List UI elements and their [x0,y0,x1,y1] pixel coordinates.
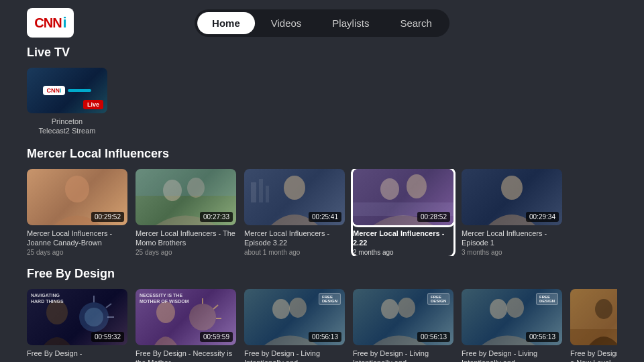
fbd-video-title-2: Free By Design - Necessity is the Mother… [136,349,236,362]
svg-point-12 [501,176,523,200]
fbd-thumb-6: 00:39:15 [570,289,617,345]
svg-rect-8 [266,186,269,202]
svg-point-33 [595,299,612,319]
fbd-video-2[interactable]: NECESSITY IS THEMOTHER OF WISDOM 00:59:5… [136,289,236,362]
fbd-video-3[interactable]: FREEDESIGN 00:56:13 Free by Design - Liv… [244,289,345,362]
mercer-video-age-5: 3 months ago [462,249,562,256]
main-content: Live TV CNNi Live PrincetonTelecast2 Str… [0,46,644,362]
fbd-video-1[interactable]: NAVIGATINGHARD THINGS 00:59:32 Free [27,289,127,362]
fbd-video-row: NAVIGATINGHARD THINGS 00:59:32 Free [27,289,617,362]
mercer-video-age-4: 2 months ago [353,249,453,256]
svg-line-16 [106,304,111,308]
mercer-video-4[interactable]: 00:28:52 Mercer Local Influencers - 2.22… [353,169,453,257]
fbd-thumb-2: NECESSITY IS THEMOTHER OF WISDOM 00:59:5… [136,289,236,345]
fbd-duration-4: 00:56:13 [417,332,450,342]
free-by-design-section: Free By Design NAVIGATINGHARD THINGS [27,267,617,362]
live-logo-bar [68,84,91,97]
fbd-thumb-3: FREEDESIGN 00:56:13 [244,289,345,345]
fbd-badge-5: FREEDESIGN [536,293,558,305]
svg-point-24 [272,299,290,319]
fbd-thumb-text-1: NAVIGATINGHARD THINGS [31,293,64,304]
svg-point-19 [189,304,216,330]
mercer-video-title-5: Mercer Local Influencers - Episode 1 [462,229,562,248]
tab-search[interactable]: Search [385,12,447,34]
svg-rect-7 [259,179,263,202]
mercer-duration-1: 00:29:52 [91,212,124,222]
mercer-thumb-4: 00:28:52 [353,169,453,225]
svg-point-9 [380,178,399,200]
svg-rect-6 [251,182,256,202]
mercer-video-3[interactable]: 00:25:41 Mercer Local Influencers - Epis… [244,169,345,257]
mercer-thumb-2: 00:27:33 [136,169,236,225]
svg-rect-0 [68,89,91,92]
tab-videos[interactable]: Videos [256,12,317,34]
svg-point-10 [407,174,427,198]
mercer-video-title-3: Mercer Local Influencers - Episode 3.22 [244,229,345,248]
fbd-thumb-text-2: NECESSITY IS THEMOTHER OF WISDOM [140,293,189,304]
svg-point-26 [381,299,398,319]
tab-home[interactable]: Home [197,12,255,34]
fbd-badge-3: FREEDESIGN [319,293,341,305]
live-cnn-logo: CNNi [43,86,64,95]
fbd-video-title-1: Free By Design - [27,349,127,358]
mercer-duration-2: 00:27:33 [200,212,233,222]
svg-point-29 [506,298,524,318]
header: CNNi Home Videos Playlists Search [0,0,644,46]
fbd-duration-1: 00:59:32 [91,332,124,342]
tab-playlists[interactable]: Playlists [317,12,384,34]
fbd-title: Free By Design [27,267,617,281]
fbd-video-5[interactable]: FREEDESIGN 00:56:13 Free by Design - Liv… [462,289,562,362]
fbd-duration-2: 00:59:59 [200,332,233,342]
svg-point-23 [156,302,175,323]
mercer-thumb-3: 00:25:41 [244,169,345,225]
nav-tabs: Home Videos Playlists Search [195,9,449,37]
fbd-thumb-4: FREEDESIGN 00:56:13 [353,289,453,345]
fbd-thumb-5: FREEDESIGN 00:56:13 [462,289,562,345]
svg-point-25 [289,298,307,318]
cnn-i: i [63,14,66,32]
svg-line-21 [213,305,218,309]
live-tv-card[interactable]: CNNi Live PrincetonTelecast2 Stream [27,68,107,136]
mercer-title: Mercer Local Influencers [27,147,617,161]
fbd-video-title-4: Free by Design - Living Intentionally an… [353,349,453,362]
mercer-duration-4: 00:28:52 [417,212,450,222]
mercer-video-row: 00:29:52 Mercer Local Influencers - Joan… [27,169,617,257]
fbd-thumb-1: NAVIGATINGHARD THINGS 00:59:32 [27,289,127,345]
fbd-video-4[interactable]: FREEDESIGN 00:56:13 Free by Design - Liv… [353,289,453,362]
svg-point-5 [284,176,305,200]
live-tv-section: Live TV CNNi Live PrincetonTelecast2 Str… [27,46,617,136]
mercer-thumb-1: 00:29:52 [27,169,127,225]
mercer-video-age-2: 25 days ago [136,249,236,256]
mercer-video-5[interactable]: 00:29:34 Mercer Local Influencers - Epis… [462,169,562,257]
mercer-video-1[interactable]: 00:29:52 Mercer Local Influencers - Joan… [27,169,127,257]
fbd-video-title-3: Free by Design - Living Intentionally an… [244,349,345,362]
cnn-logo: CNNi [27,8,74,38]
mercer-video-title-1: Mercer Local Influencers - Joanne Canady… [27,229,127,248]
mercer-video-title-4: Mercer Local Influencers - 2.22 [353,229,453,248]
mercer-section: Mercer Local Influencers 00:29:52 Mercer… [27,147,617,257]
svg-point-28 [490,299,507,319]
live-badge: Live [83,100,103,109]
live-thumbnail-inner: CNNi [43,84,91,97]
mercer-video-title-2: Mercer Local Influencers - The Momo Brot… [136,229,236,248]
svg-point-14 [85,308,103,326]
fbd-duration-5: 00:56:13 [526,332,559,342]
fbd-art-6 [570,289,617,345]
svg-point-27 [398,298,415,318]
live-label: PrincetonTelecast2 Stream [27,117,107,136]
svg-rect-4 [136,169,236,196]
logo-area: CNNi [27,8,74,38]
mercer-video-age-1: 25 days ago [27,249,127,256]
svg-point-1 [65,176,89,202]
fbd-video-title-6: Free by Design - Stepping into a New Lev… [570,349,617,362]
live-thumbnail: CNNi Live [27,68,107,113]
fbd-video-6[interactable]: 00:39:15 Free by Design - Stepping into … [570,289,617,362]
fbd-duration-3: 00:56:13 [309,332,341,342]
mercer-video-2[interactable]: 00:27:33 Mercer Local Influencers - The … [136,169,236,257]
fbd-badge-4: FREEDESIGN [427,293,449,305]
fbd-video-title-5: Free by Design - Living Intentionally an… [462,349,562,362]
mercer-thumb-5: 00:29:34 [462,169,562,225]
cnn-text: CNN [34,15,61,31]
live-tv-title: Live TV [27,46,617,60]
mercer-video-age-3: about 1 month ago [244,249,345,256]
